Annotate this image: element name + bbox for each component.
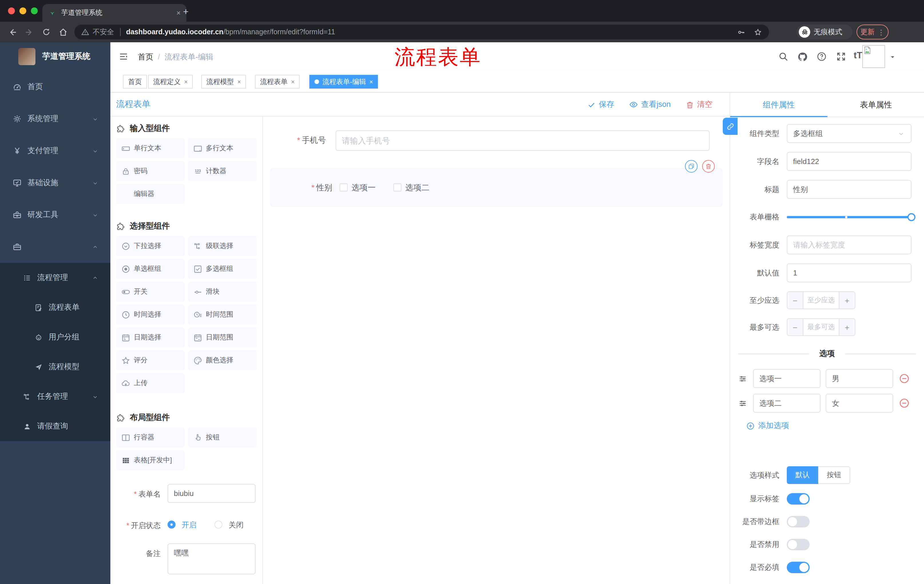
option1-label-input[interactable] xyxy=(753,369,820,388)
github-icon[interactable] xyxy=(797,51,808,62)
window-minimize-button[interactable] xyxy=(20,7,26,14)
sidebar-item-user-group[interactable]: 用户分组 xyxy=(0,322,111,352)
sidebar-item-task-mgmt[interactable]: 任务管理 xyxy=(0,382,111,411)
status-on-label[interactable]: 开启 xyxy=(182,520,196,529)
search-icon[interactable] xyxy=(778,51,789,62)
sidebar-item-system[interactable]: 系统管理 xyxy=(0,103,111,135)
forward-icon[interactable] xyxy=(25,27,34,37)
palette-item-table[interactable]: 表格[开发中] xyxy=(116,450,185,470)
tag-process-form[interactable]: 流程表单× xyxy=(255,75,300,89)
radio-on[interactable] xyxy=(168,520,175,528)
palette-item-rate[interactable]: 评分 xyxy=(116,350,185,370)
tag-process-form-edit[interactable]: 流程表单-编辑× xyxy=(309,75,378,89)
tag-close-icon[interactable]: × xyxy=(237,78,241,85)
reload-icon[interactable] xyxy=(42,28,51,36)
font-size-icon[interactable]: tT xyxy=(854,50,862,61)
title-input[interactable] xyxy=(787,180,911,199)
option2-label-input[interactable] xyxy=(753,394,820,413)
panel-link-tab[interactable] xyxy=(723,118,738,135)
sidebar-item-home[interactable]: 首页 xyxy=(0,71,111,103)
palette-item-time-range[interactable]: 时间范围 xyxy=(188,304,257,324)
tag-close-icon[interactable]: × xyxy=(291,78,295,85)
default-value-input[interactable] xyxy=(787,263,911,282)
palette-item-switch[interactable]: 开关 xyxy=(116,282,185,302)
form-canvas[interactable]: *手机号 *性别 选项一 选项二 xyxy=(263,117,729,584)
tag-close-icon[interactable]: × xyxy=(184,78,188,85)
slider-handle[interactable] xyxy=(908,213,916,221)
browser-tab[interactable]: 芋道管理系统 × xyxy=(42,4,186,22)
palette-item-color-picker[interactable]: 颜色选择 xyxy=(188,350,257,370)
palette-item-password[interactable]: 密码 xyxy=(116,161,185,181)
palette-item-radio-group[interactable]: 单选框组 xyxy=(116,259,185,279)
home-icon[interactable] xyxy=(58,27,68,37)
style-default-button[interactable]: 默认 xyxy=(787,466,818,484)
component-type-select[interactable]: 多选框组 xyxy=(787,124,911,143)
tag-home[interactable]: 首页 xyxy=(123,75,147,89)
widget-phone[interactable]: *手机号 xyxy=(263,130,729,151)
sidebar-item-process-mgmt[interactable]: 流程管理 xyxy=(0,263,111,293)
palette-item-upload[interactable]: 上传 xyxy=(116,373,185,393)
browser-update-button[interactable]: 更新 ⋮ xyxy=(856,25,889,39)
add-option-button[interactable]: 添加选项 xyxy=(746,421,924,431)
remove-option-icon[interactable] xyxy=(899,398,910,409)
stepper-placeholder[interactable]: 至少应选 xyxy=(804,292,839,309)
style-button-button[interactable]: 按钮 xyxy=(818,466,850,484)
phone-input[interactable] xyxy=(336,130,710,151)
password-key-icon[interactable] xyxy=(737,28,746,36)
sidebar-item-process-form[interactable]: 流程表单 xyxy=(0,293,111,322)
palette-item-time-picker[interactable]: 时间选择 xyxy=(116,304,185,324)
status-off-label[interactable]: 关闭 xyxy=(229,520,244,529)
browser-menu-dots-icon[interactable]: ⋮ xyxy=(878,28,885,36)
checkbox-option2[interactable] xyxy=(393,183,401,191)
fullscreen-icon[interactable] xyxy=(836,51,846,62)
drag-handle-icon[interactable] xyxy=(738,398,747,408)
disabled-toggle[interactable] xyxy=(787,539,810,550)
sidebar-item-infra[interactable]: 基础设施 xyxy=(0,167,111,199)
stepper-placeholder[interactable]: 最多可选 xyxy=(804,319,839,336)
save-button[interactable]: 保存 xyxy=(587,99,614,110)
palette-item-editor[interactable]: 编辑器 xyxy=(116,184,185,204)
sidebar-item-devtools[interactable]: 研发工具 xyxy=(0,199,111,231)
clear-button[interactable]: 清空 xyxy=(686,99,713,110)
palette-item-textarea[interactable]: 多行文本 xyxy=(188,138,257,158)
new-tab-button[interactable]: + xyxy=(183,7,189,16)
tag-process-model[interactable]: 流程模型× xyxy=(201,75,246,89)
max-select-stepper[interactable]: − 最多可选 + xyxy=(787,318,855,336)
checkbox-option2-label[interactable]: 选项二 xyxy=(405,183,429,193)
sidebar-item-process-model[interactable]: 流程模型 xyxy=(0,352,111,382)
show-label-toggle[interactable] xyxy=(787,493,810,505)
palette-item-checkbox-group[interactable]: 多选框组 xyxy=(188,259,257,279)
stepper-plus-button[interactable]: + xyxy=(839,319,855,336)
checkbox-option1[interactable] xyxy=(340,183,348,191)
palette-item-button[interactable]: 按钮 xyxy=(188,428,257,447)
tag-process-definition[interactable]: 流程定义× xyxy=(148,75,193,89)
remove-option-icon[interactable] xyxy=(899,373,910,384)
drag-handle-icon[interactable] xyxy=(738,374,747,383)
grid-slider[interactable] xyxy=(787,216,911,218)
checkbox-option1-label[interactable]: 选项一 xyxy=(351,183,376,193)
palette-item-slider[interactable]: 滑块 xyxy=(188,282,257,302)
form-name-input[interactable] xyxy=(168,484,256,503)
view-json-button[interactable]: 查看json xyxy=(629,99,671,110)
widget-gender-selected[interactable]: *性别 选项一 选项二 xyxy=(270,168,723,207)
palette-item-select[interactable]: 下拉选择 xyxy=(116,236,185,256)
help-icon[interactable] xyxy=(817,51,827,62)
palette-item-row-container[interactable]: 行容器 xyxy=(116,428,185,447)
tab-component-props[interactable]: 组件属性 xyxy=(730,92,827,117)
label-width-input[interactable] xyxy=(787,235,911,254)
delete-widget-button[interactable] xyxy=(702,160,715,173)
remark-textarea[interactable]: 嘿嘿 xyxy=(168,543,256,574)
avatar-caret-icon[interactable] xyxy=(889,54,896,61)
sidebar-item-workflow[interactable] xyxy=(0,231,111,263)
palette-item-cascader[interactable]: 级联选择 xyxy=(188,236,257,256)
option2-value-input[interactable] xyxy=(826,394,893,413)
required-toggle[interactable] xyxy=(787,562,810,573)
palette-item-counter[interactable]: 计数器 xyxy=(188,161,257,181)
avatar[interactable] xyxy=(862,45,885,68)
window-close-button[interactable] xyxy=(8,7,15,14)
option1-value-input[interactable] xyxy=(826,369,893,388)
sidebar-item-leave-query[interactable]: 请假查询 xyxy=(0,411,111,441)
palette-item-date-range[interactable]: 日期范围 xyxy=(188,327,257,347)
copy-widget-button[interactable] xyxy=(685,160,698,173)
stepper-plus-button[interactable]: + xyxy=(839,292,855,309)
